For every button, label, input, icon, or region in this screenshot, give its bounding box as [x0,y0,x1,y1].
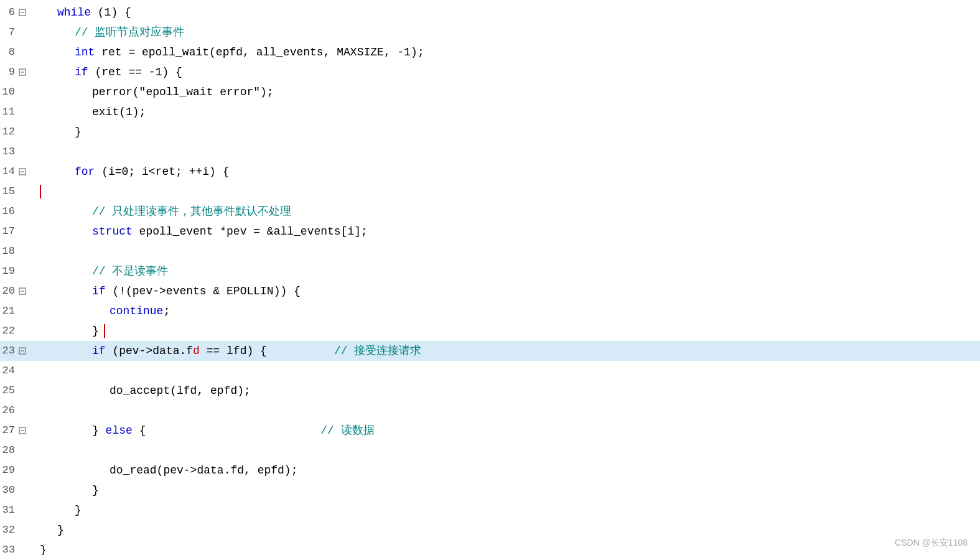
line-gutter: 24 [0,361,37,381]
token-plain: (!(pev->events & EPOLLIN)) { [106,285,301,297]
code-line: 32} [0,520,980,540]
line-number: 11 [0,102,17,122]
token-kw-if: if [92,285,106,297]
line-gutter: 17 [0,222,37,241]
line-gutter: 33 [0,540,37,555]
line-number: 33 [0,540,17,555]
token-plain: (i=0; i<ret; ++i) { [95,166,229,178]
line-gutter: 26 [0,401,37,421]
code-line: 14for (i=0; i<ret; ++i) { [0,162,980,182]
line-gutter: 14 [0,162,37,182]
line-content: while (1) { [37,2,980,22]
token-comment-cn: // 接受连接请求 [334,345,421,357]
line-content: if (pev->data.fd == lfd) { // 接受连接请求 [37,341,980,361]
line-gutter: 13 [0,142,37,162]
line-number: 6 [0,2,17,22]
line-number: 29 [0,460,17,480]
fold-indicator[interactable] [17,341,27,361]
token-kw-continue: continue [110,305,163,317]
line-gutter: 16 [0,202,37,222]
token-plain: (pev->data.f [106,345,193,357]
code-line: 33} [0,540,980,555]
text-cursor [40,185,41,198]
code-line: 9if (ret == -1) { [0,62,980,82]
code-line: 19// 不是读事件 [0,261,980,281]
line-content: struct epoll_event *pev = &all_events[i]… [37,222,980,241]
line-content: do_accept(lfd, epfd); [37,381,980,401]
code-line: 30} [0,480,980,500]
line-gutter: 7 [0,22,37,42]
line-gutter: 9 [0,62,37,82]
line-content [37,142,980,162]
code-line: 24 [0,361,980,381]
line-number: 7 [0,22,17,42]
line-number: 28 [0,441,17,460]
code-line: 28 [0,441,980,460]
line-content [37,182,980,202]
code-content: 6while (1) {7// 监听节点对应事件8int ret = epoll… [0,0,980,555]
token-plain: ; [163,305,170,317]
line-content: } else { // 读数据 [37,421,980,441]
token-plain: } [92,424,106,437]
code-line: 16// 只处理读事件，其他事件默认不处理 [0,202,980,222]
text-cursor [104,324,105,338]
token-comment-cn: // 不是读事件 [92,265,168,278]
fold-indicator[interactable] [17,62,27,82]
token-plain: } [40,544,47,555]
token-plain: do_read(pev->data.fd, epfd); [110,464,297,477]
line-number: 18 [0,241,17,261]
code-line: 31} [0,500,980,520]
line-number: 16 [0,202,17,222]
code-line: 6while (1) { [0,2,980,22]
line-number: 24 [0,361,17,381]
token-kw-struct: struct [92,225,133,238]
line-gutter: 27 [0,421,37,441]
line-gutter: 32 [0,520,37,540]
line-gutter: 20 [0,281,37,301]
line-number: 15 [0,182,17,202]
line-number: 12 [0,122,17,142]
token-plain: } [92,325,99,337]
line-number: 31 [0,500,17,520]
line-content [37,441,980,460]
code-line: 29do_read(pev->data.fd, epfd); [0,460,980,480]
line-gutter: 23 [0,341,37,361]
line-content [37,361,980,381]
line-gutter: 30 [0,480,37,500]
line-gutter: 19 [0,261,37,281]
token-plain: (ret == -1) { [88,66,182,78]
token-comment-cn: // 监听节点对应事件 [75,26,184,39]
code-line: 7// 监听节点对应事件 [0,22,980,42]
token-plain: perror("epoll_wait error"); [92,86,274,98]
line-content: } [37,540,980,555]
token-kw-for: for [75,166,95,178]
line-content: if (!(pev->events & EPOLLIN)) { [37,281,980,301]
line-content: do_read(pev->data.fd, epfd); [37,460,980,480]
line-content: perror("epoll_wait error"); [37,82,980,102]
code-line: 20if (!(pev->events & EPOLLIN)) { [0,281,980,301]
code-line: 26 [0,401,980,421]
fold-indicator[interactable] [17,162,27,182]
line-gutter: 10 [0,82,37,102]
line-content: continue; [37,301,980,321]
line-content: } [37,480,980,500]
line-content: // 不是读事件 [37,261,980,281]
line-gutter: 29 [0,460,37,480]
fold-indicator[interactable] [17,281,27,301]
token-kw-else: else [106,424,133,437]
code-line: 12} [0,122,980,142]
fold-indicator[interactable] [17,2,27,22]
line-gutter: 11 [0,102,37,122]
line-number: 25 [0,381,17,401]
line-gutter: 18 [0,241,37,261]
line-content: if (ret == -1) { [37,62,980,82]
code-line: 23if (pev->data.fd == lfd) { // 接受连接请求 [0,341,980,361]
line-gutter: 25 [0,381,37,401]
line-number: 14 [0,162,17,182]
fold-indicator[interactable] [17,421,27,441]
token-plain: == lfd) { [200,345,334,357]
token-plain: } [57,524,64,536]
line-number: 30 [0,480,17,500]
line-number: 23 [0,341,17,361]
token-kw-type: int [75,46,95,58]
